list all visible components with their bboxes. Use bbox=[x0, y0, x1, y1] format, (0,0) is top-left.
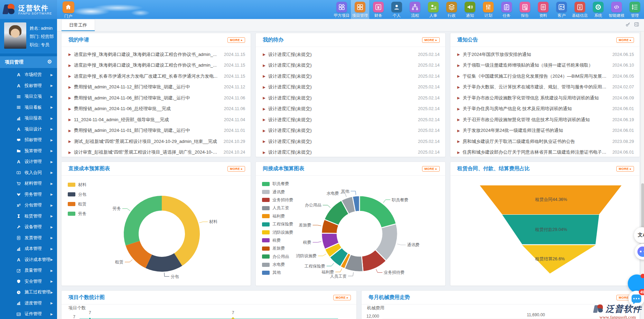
legend-item[interactable]: 差旅费 bbox=[262, 244, 293, 252]
gear-icon[interactable] bbox=[47, 59, 52, 65]
sidebar-item-12[interactable]: 劳务管理 ▶ bbox=[0, 189, 57, 200]
more-button[interactable]: MORE bbox=[422, 166, 440, 172]
nav-item-2[interactable]: 项目管理 bbox=[351, 0, 369, 19]
nav-item-15[interactable]: 系统 bbox=[589, 0, 607, 19]
nav-item-9[interactable]: 计划 bbox=[479, 0, 497, 19]
sidebar-item-15[interactable]: 设备管理 ▶ bbox=[0, 222, 57, 233]
legend-item[interactable]: 水电费 bbox=[262, 261, 293, 269]
list-item[interactable]: ▶关于发放2024年第24批一级建造师注册证书的通知2024.06.01 bbox=[450, 125, 640, 136]
nav-item-11[interactable]: 报告 bbox=[516, 0, 534, 19]
list-item[interactable]: ▶关于举办市政公用设施数字化管理信息 系统建设与应用培训班的通知2024.06.… bbox=[450, 93, 640, 104]
list-item[interactable]: ▶设计进度汇报(未提交)2025.02.14 bbox=[256, 71, 445, 82]
sidebar-item-19[interactable]: 质量管理 ▶ bbox=[0, 265, 57, 276]
list-item[interactable]: ▶关于召开市政公用设施智慧化管理 信息技术与应用培训班的通知2024.06.19 bbox=[450, 114, 640, 125]
tab-daily-work[interactable]: 日常工作 bbox=[61, 19, 95, 31]
nav-item-1[interactable]: 甲方项目 bbox=[333, 0, 351, 19]
list-item[interactable]: ▶设计进度汇报(未提交)2025.02.14 bbox=[256, 104, 445, 115]
sidebar-item-23[interactable]: 证件管理 ▶ bbox=[0, 309, 57, 319]
sidebar-item-6[interactable]: A 项目设计 ▶ bbox=[0, 124, 57, 135]
nav-item-10[interactable]: 任务 bbox=[497, 0, 516, 19]
nav-item-6[interactable]: 人事 bbox=[424, 0, 442, 19]
sidebar-item-11[interactable]: 材料管理 ▶ bbox=[0, 178, 57, 189]
legend-item[interactable]: 消防设施费 bbox=[262, 228, 293, 236]
sidebar-item-21[interactable]: 施工过程管理 ▶ bbox=[0, 287, 57, 298]
sidebar-item-10[interactable]: 收入合同 ▶ bbox=[0, 167, 57, 178]
sidebar-item-2[interactable]: A 投标管理 ▶ bbox=[0, 80, 57, 91]
sidebar-item-1[interactable]: A 市场经营 ▶ bbox=[0, 69, 57, 80]
list-item[interactable]: ▶费用报销_admin_2024-11-06_部门经理审批_胡建,_运行中202… bbox=[62, 93, 251, 104]
list-item[interactable]: ▶设计进度汇报(未提交)2025.02.14 bbox=[256, 147, 445, 157]
sidebar-item-18[interactable]: A 设计成本管理 ▶ bbox=[0, 254, 57, 265]
nav-item-12[interactable]: 资料 bbox=[534, 0, 552, 19]
legend-item[interactable]: 办公用品 bbox=[262, 253, 293, 261]
legend-item[interactable]: 福利费 bbox=[262, 212, 293, 220]
key-icon[interactable] bbox=[625, 22, 631, 28]
sidebar-item-4[interactable]: 项目看板 ▶ bbox=[0, 102, 57, 113]
list-item[interactable]: ▶于征集《中国建筑施工行业信息化发展报告（2024）—BIM应用与发展》材料..… bbox=[450, 71, 640, 82]
more-button[interactable]: MORE bbox=[616, 166, 634, 172]
list-item[interactable]: ▶费用报销_admin_2024-11-06_总经理审批__完成2024.11.… bbox=[62, 104, 251, 115]
list-item[interactable]: ▶关于举办大数据、云计算技术在城市建设、规划、管理与服务中的应用培训班...20… bbox=[450, 82, 640, 93]
list-item[interactable]: ▶住房和城乡建设部办公厅关于同意吉林省开展二级建造师注册证书电子化试点...20… bbox=[450, 147, 640, 157]
list-item[interactable]: ▶设计进度汇报(未提交)2025.02.14 bbox=[256, 125, 445, 136]
nav-item-17[interactable]: 管理 bbox=[626, 0, 644, 19]
legend-item[interactable]: 工程保险费 bbox=[262, 220, 293, 228]
more-button[interactable]: MORE bbox=[227, 166, 245, 172]
sidebar-item-14[interactable]: 租赁管理 ▶ bbox=[0, 211, 57, 222]
sidebar-item-3[interactable]: 项目立项 ▶ bbox=[0, 91, 57, 102]
sidebar-item-7[interactable]: 招标管理 ▶ bbox=[0, 135, 57, 146]
sidebar-item-22[interactable]: 进度管理 ▶ bbox=[0, 298, 57, 309]
sidebar-item-16[interactable]: 发票管理 ▶ bbox=[0, 233, 57, 244]
nav-item-3[interactable]: 财务 bbox=[369, 0, 388, 19]
list-item[interactable]: ▶房和城乡建设厅关于取消二级建造师临时执业证书的公告2023.08.29 bbox=[450, 136, 640, 147]
legend-item[interactable]: 税费 bbox=[262, 236, 293, 244]
list-item[interactable]: ▶11_2024-11-04_admin_经营部_领导审批__完成2024.11… bbox=[62, 114, 251, 125]
sidebar-item-9[interactable]: A 设计管理 ▶ bbox=[0, 156, 57, 167]
legend-item[interactable]: 通讯费 bbox=[262, 188, 293, 196]
scrollbar-thumb[interactable] bbox=[641, 183, 644, 232]
list-item[interactable]: ▶进度款申报_珠海鹤港口建设_珠海鹤港口建设工程合作协议书_admin_...2… bbox=[62, 60, 251, 71]
list-item[interactable]: ▶设计进度汇报(未提交)2025.02.14 bbox=[256, 49, 445, 60]
list-item[interactable]: ▶设计审查_彭祖新城“四馆”景观工程设计项目_请选择_胡广生_2024-10-2… bbox=[62, 147, 251, 157]
list-item[interactable]: ▶设计进度汇报(未提交)2025.02.14 bbox=[256, 60, 445, 71]
more-button[interactable]: MORE bbox=[616, 37, 634, 43]
legend-item[interactable]: 业务招待费 bbox=[262, 196, 293, 204]
list-item[interactable]: ▶费用报销_admin_2024-11-12_部门经理审批_胡建,_运行中202… bbox=[62, 82, 251, 93]
nav-item-16[interactable]: 智能建模 bbox=[607, 0, 626, 19]
nav-item-8[interactable]: 通知 bbox=[461, 0, 479, 19]
nav-item-4[interactable]: 个人 bbox=[388, 0, 406, 19]
sidebar-item-5[interactable]: 项目报表 ▶ bbox=[0, 113, 57, 124]
list-item[interactable]: ▶设计进度汇报(未提交)2025.02.14 bbox=[256, 114, 445, 125]
list-item[interactable]: ▶关于领取一级注册建造师增项贴的通知（须持一建证书前来领取）2024.06.10 bbox=[450, 60, 640, 71]
list-item[interactable]: ▶关于2024年国庆节放假安排的通知2024.06.15 bbox=[450, 49, 640, 60]
list-item[interactable]: ▶设计进度汇报(未提交)2025.02.14 bbox=[256, 136, 445, 147]
legend-item[interactable]: 人员工资 bbox=[262, 204, 293, 212]
legend-item[interactable]: 租赁 bbox=[68, 199, 86, 209]
more-button[interactable]: MORE bbox=[333, 295, 351, 300]
list-item[interactable]: ▶设计进度汇报(未提交)2025.02.14 bbox=[256, 93, 445, 104]
sidebar-item-20[interactable]: 安全管理 ▶ bbox=[0, 276, 57, 287]
sidebar-item-8[interactable]: 预算管理 ▶ bbox=[0, 146, 57, 157]
list-item[interactable]: ▶设计进度汇报(未提交)2025.02.14 bbox=[256, 82, 445, 93]
nav-item-14[interactable]: 基础信息 bbox=[571, 0, 589, 19]
list-item[interactable]: ▶费用报销_admin_2024-11-01_部门经理审批_胡建,_运行中202… bbox=[62, 125, 251, 136]
more-button[interactable]: MORE bbox=[227, 37, 245, 43]
list-item[interactable]: ▶进度款申报_长春市伊通河水力发电厂改建工程_长春市伊通河水力发电...2024… bbox=[62, 71, 251, 82]
more-button[interactable]: MORE bbox=[422, 37, 440, 43]
nav-item-portal[interactable]: 门户 bbox=[59, 0, 77, 19]
legend-item[interactable]: 劳务 bbox=[68, 209, 86, 219]
nav-item-13[interactable]: 客户 bbox=[552, 0, 571, 19]
sidebar-item-13[interactable]: x² 分包管理 ▶ bbox=[0, 200, 57, 211]
legend-item[interactable]: 材料 bbox=[68, 180, 86, 190]
collapse-panel-icon[interactable] bbox=[634, 22, 639, 28]
nav-item-7[interactable]: 行政 bbox=[442, 0, 461, 19]
list-item[interactable]: ▶关于举办住房与房地产信息化 技术及应用培训班的通知2024.06.01 bbox=[450, 104, 640, 115]
list-item[interactable]: ▶测试_彭祖新城“四馆”景观工程设计项目_2024-10-29_admin_结束… bbox=[62, 136, 251, 147]
sidebar-item-17[interactable]: 成本管理 ▶ bbox=[0, 243, 57, 254]
list-item[interactable]: ▶进度款申报_珠海鹤港口建设_珠海鹤港口建设工程合作协议书_admin_...2… bbox=[62, 49, 251, 60]
legend-item[interactable]: 其他 bbox=[262, 269, 293, 277]
legend-item[interactable]: 分包 bbox=[68, 190, 86, 199]
legend-item[interactable]: 职员餐费 bbox=[262, 180, 293, 188]
nav-item-5[interactable]: 流程 bbox=[406, 0, 424, 19]
qq-chat-button[interactable]: 45 bbox=[628, 291, 644, 307]
